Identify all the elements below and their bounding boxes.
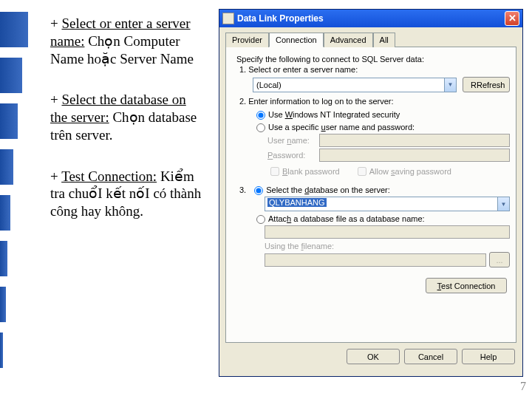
- tabstrip: Provider Connection Advanced All: [225, 32, 516, 47]
- server-name-dropdown-button[interactable]: ▼: [445, 78, 457, 92]
- app-icon: [222, 13, 234, 24]
- step1-label: 1. Select or enter a server name:: [239, 65, 510, 74]
- page-number: 7: [520, 380, 526, 393]
- slide-notes: + Select or enter a server name: Chọn Co…: [50, 15, 205, 244]
- data-link-properties-dialog: Data Link Properties ✕ Provider Connecti…: [219, 9, 523, 377]
- blank-password-check: [270, 167, 279, 176]
- radio-nt-auth-label: Use Windows NT Integrated security: [268, 110, 400, 119]
- cancel-button[interactable]: Cancel: [404, 349, 457, 364]
- intro-text: Specify the following to connect to SQL …: [236, 55, 510, 64]
- radio-select-db[interactable]: [254, 186, 263, 195]
- close-button[interactable]: ✕: [505, 11, 519, 26]
- database-input[interactable]: [265, 197, 498, 211]
- tab-provider[interactable]: Provider: [225, 33, 269, 47]
- radio-attach-db-label: Attach a database file as a database nam…: [268, 214, 425, 223]
- blank-password-label: Blank password: [282, 167, 340, 176]
- filename-input: [265, 253, 486, 267]
- radio-user-auth-label: Use a specific user name and password:: [268, 123, 415, 132]
- titlebar: Data Link Properties ✕: [219, 10, 522, 27]
- password-label: Password:: [267, 151, 319, 160]
- username-label: User name:: [267, 136, 319, 145]
- allow-save-password-label: Allow saving password: [369, 167, 451, 176]
- allow-save-password-check: [358, 167, 366, 176]
- attach-dbname-input: [265, 225, 510, 239]
- dialog-button-bar: OK Cancel Help: [219, 343, 522, 364]
- database-dropdown-button[interactable]: ▼: [498, 197, 510, 211]
- tab-all[interactable]: All: [373, 33, 395, 47]
- refresh-button[interactable]: RRefreshRefresh: [463, 77, 510, 92]
- radio-user-auth[interactable]: [256, 123, 265, 132]
- step3-num: 3.: [239, 185, 246, 194]
- tab-body-connection: Specify the following to connect to SQL …: [225, 47, 516, 343]
- server-name-combo[interactable]: ▼: [253, 78, 457, 92]
- step2-label: 2. Enter information to log on to the se…: [239, 97, 510, 106]
- ok-button[interactable]: OK: [347, 349, 400, 364]
- dialog-title: Data Link Properties: [237, 13, 505, 24]
- help-button[interactable]: Help: [462, 349, 515, 364]
- test-connection-button[interactable]: Test Connection: [426, 278, 507, 293]
- database-combo[interactable]: ▼: [265, 197, 510, 211]
- password-input: [319, 149, 510, 162]
- radio-nt-auth[interactable]: [256, 111, 265, 120]
- server-name-input[interactable]: [253, 78, 445, 92]
- browse-button: ...: [489, 252, 510, 267]
- tab-advanced[interactable]: Advanced: [324, 33, 373, 47]
- radio-attach-db[interactable]: [256, 215, 265, 224]
- tab-connection[interactable]: Connection: [269, 33, 324, 47]
- radio-select-db-label: Select the database on the server:: [266, 185, 390, 194]
- using-filename-label: Using the filename:: [265, 242, 334, 250]
- slide-decoration: [0, 0, 34, 399]
- username-input: [319, 134, 510, 147]
